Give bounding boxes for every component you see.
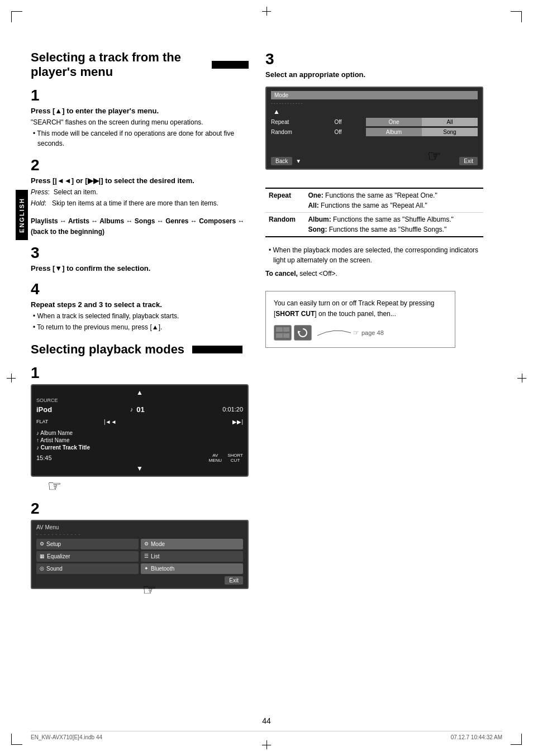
- mode-repeat-off: Off: [310, 118, 366, 126]
- step-4-body: When a track is selected finally, playba…: [31, 311, 249, 332]
- screen-controls-row: FLAT |◄◄ x ▶▶|: [36, 416, 243, 428]
- screen-artist: ↑ Artist Name: [36, 437, 243, 443]
- screen-down-arrow: ▼: [36, 465, 243, 472]
- main-content: Selecting a track from the player's menu…: [31, 50, 511, 599]
- corner-mark-tl: [11, 11, 22, 22]
- crosshair-left: [7, 374, 16, 382]
- mode-random-song: Song: [422, 128, 478, 136]
- screen-up-arrow: ▲: [36, 389, 243, 396]
- hand-touch-indicator: ☞: [47, 477, 249, 495]
- sound-icon: ◎: [40, 566, 44, 571]
- hand-touch-mode: ☞: [427, 147, 483, 165]
- corner-mark-bl: [11, 734, 22, 745]
- mode-repeat-one: One: [366, 118, 422, 126]
- random-values: Album: Functions the same as "Shuffle Al…: [304, 213, 483, 237]
- step-1-header: Press [▲] to enter the player's menu.: [31, 107, 249, 115]
- mode-random-album: Album: [366, 128, 422, 136]
- tip-box: You can easily turn on or off Track Repe…: [265, 291, 455, 348]
- title-bar-1: [212, 61, 249, 69]
- mode-down-arrow: ▼: [296, 158, 301, 164]
- av-menu-button: AV MENU: [209, 453, 222, 463]
- screen-album: ♪ Album Name: [36, 430, 243, 436]
- list-icon: ☰: [144, 553, 149, 559]
- language-label: ENGLISH: [18, 198, 25, 233]
- page-reference: ☞ page 48: [353, 328, 384, 338]
- step-4: 4 Repeat steps 2 and 3 to select a track…: [31, 280, 249, 332]
- footer: EN_KW-AVX710[E]4.indb 44 07.12.7 10:44:3…: [31, 731, 502, 740]
- arrow-curve: [317, 327, 351, 338]
- step-3-number: 3: [31, 244, 249, 262]
- mode-repeat-all: All: [422, 118, 478, 126]
- language-tab: ENGLISH: [16, 190, 28, 240]
- mode-back-area: Back ▼: [271, 157, 301, 165]
- page-ref-area: ☞ page 48: [317, 327, 447, 338]
- step-2-number: 2: [31, 156, 249, 174]
- av-menu-equalizer: ▦ Equalizer: [36, 551, 139, 562]
- mode-repeat-label: Repeat: [271, 119, 310, 125]
- av-menu-dashes: - - - - - - - - - - - -: [36, 532, 243, 537]
- section2-step1-number: 1: [31, 364, 249, 382]
- screen-skip-right: ▶▶|: [232, 419, 243, 425]
- screen-skip-left: |◄◄: [104, 419, 116, 425]
- mode-random-off: Off: [310, 128, 366, 136]
- corner-mark-tr: [511, 11, 522, 22]
- title-bar-2: [192, 346, 242, 353]
- step-3-left: 3 Press [▼] to confirm the selection.: [31, 244, 249, 272]
- screen-time: 0:01:20: [222, 406, 243, 413]
- screen-clock: 15:45: [36, 454, 52, 461]
- crosshair-right: [517, 374, 526, 382]
- bluetooth-icon: ✦: [144, 566, 149, 571]
- av-menu-row-3: ◎ Sound ✦ Bluetooth: [36, 563, 243, 574]
- screen-current-track: ♪ Current Track Title: [36, 444, 243, 451]
- step-3-header: Press [▼] to confirm the selection.: [31, 264, 249, 272]
- setup-icon: ⚙: [40, 541, 44, 547]
- shortcut-buttons: [274, 325, 312, 341]
- av-menu-row-1: ⚙ Setup ⚙ Mode: [36, 539, 243, 549]
- av-menu-list: ☰ List: [141, 551, 243, 562]
- refresh-icon: [298, 328, 308, 338]
- screen-ipod-label: iPod: [36, 405, 52, 414]
- corner-mark-br: [511, 734, 522, 745]
- screen-flat-label: FLAT: [36, 419, 48, 424]
- page-number: 44: [262, 716, 271, 725]
- step-4-header: Repeat steps 2 and 3 to select a track.: [31, 300, 249, 309]
- footer-right: 07.12.7 10:44:32 AM: [451, 734, 502, 740]
- mode-dashes: - - - - - - - - - - - -: [271, 101, 478, 106]
- tip-text: You can easily turn on or off Track Repe…: [274, 298, 447, 319]
- step-1: 1 Press [▲] to enter the player's menu. …: [31, 87, 249, 149]
- right-column: 3 Select an appropriate option. Mode - -…: [265, 50, 483, 599]
- screen-nav-buttons: AV MENU SHORT CUT: [209, 453, 243, 463]
- step-2-header: Press [|◄◄] or [▶▶|] to select the desir…: [31, 176, 249, 185]
- section2-step2-number: 2: [31, 500, 249, 518]
- screen-top-bar: SOURCE: [36, 398, 243, 403]
- screen-track-num: 01: [136, 405, 144, 414]
- shortcut-btn-1: [274, 325, 292, 341]
- step-4-number: 4: [31, 280, 249, 298]
- av-menu-mockup: AV Menu - - - - - - - - - - - - ⚙ Setup …: [31, 520, 249, 589]
- av-menu-bluetooth: ✦ Bluetooth: [141, 563, 243, 574]
- step-1-number: 1: [31, 87, 249, 104]
- shortcut-btn-2: [294, 325, 312, 341]
- table-row-repeat: Repeat One: Functions the same as "Repea…: [265, 188, 483, 213]
- mode-title-bar: Mode: [271, 91, 478, 99]
- crosshair-top: [262, 7, 271, 16]
- step-3-right-header: Select an appropriate option.: [265, 70, 483, 79]
- footer-left: EN_KW-AVX710[E]4.indb 44: [31, 734, 102, 740]
- options-table: Repeat One: Functions the same as "Repea…: [265, 188, 483, 237]
- step-3-right-number: 3: [265, 50, 483, 68]
- mode-random-label: Random: [271, 129, 310, 135]
- spacer-after-hand: [265, 165, 483, 188]
- short-cut-button: SHORT CUT: [227, 453, 243, 463]
- note-1: When the playback modes are selected, th…: [265, 245, 483, 265]
- av-menu-setup: ⚙ Setup: [36, 539, 139, 549]
- section1-title: Selecting a track from the player's menu: [31, 50, 249, 80]
- mode-icon: ⚙: [144, 541, 149, 547]
- screen-main: iPod ♪ 01 0:01:20: [36, 405, 243, 414]
- av-menu-row-2: ▦ Equalizer ☰ List: [36, 551, 243, 562]
- mode-random-row: Random Off Album Song: [271, 128, 478, 136]
- mode-back-button: Back: [271, 157, 292, 165]
- section2-title: Selecting playback modes: [31, 342, 249, 357]
- equalizer-icon: ▦: [40, 553, 45, 559]
- table-row-random: Random Album: Functions the same as "Shu…: [265, 213, 483, 237]
- step-1-body: "SEARCH" flashes on the screen during me…: [31, 117, 249, 149]
